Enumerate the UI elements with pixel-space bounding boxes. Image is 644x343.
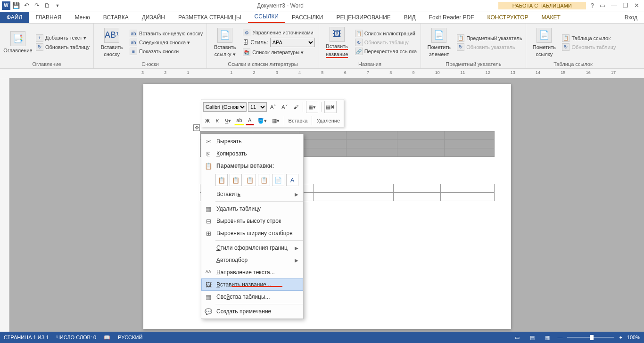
tab-references[interactable]: ССЫЛКИ (248, 11, 285, 23)
view-print-icon[interactable]: ▤ (527, 333, 537, 342)
ctx-paste[interactable]: Вставить▶ (201, 188, 303, 200)
insert-toa-button[interactable]: 📋Таблица ссылок (562, 34, 616, 42)
manage-sources-button[interactable]: ⚙Управление источниками (243, 29, 314, 36)
ctx-border-styles[interactable]: Стили оформления границ▶ (201, 242, 303, 254)
shading-icon[interactable]: 🪣▾ (256, 116, 269, 125)
font-select[interactable]: Calibri (Основ (203, 102, 247, 112)
borders-icon[interactable]: ▦▾ (270, 116, 281, 125)
save-icon[interactable]: 💾 (11, 1, 21, 10)
insert-label[interactable]: Вставка (287, 116, 310, 125)
ctx-col-width[interactable]: ⊞Выровнять ширину столбцов (201, 227, 303, 239)
style-select[interactable]: APA (270, 38, 315, 47)
next-footnote-button[interactable]: abСледующая сноска ▾ (130, 39, 203, 46)
insert-caption-button[interactable]: 🖼Вставитьназвание (323, 25, 351, 60)
ribbon: 📑Оглавление +Добавить текст ▾ ↻Обновить … (0, 24, 644, 69)
cross-reference-button[interactable]: 🔗Перекрестная ссылка (355, 48, 417, 55)
group-captions: 🖼Вставитьназвание 📋Список иллюстраций ↻О… (319, 24, 421, 68)
italic-button[interactable]: К (213, 116, 222, 125)
view-read-icon[interactable]: ▭ (512, 333, 522, 342)
new-icon[interactable]: 🗋 (42, 1, 52, 10)
font-color-icon[interactable]: A (246, 116, 254, 125)
underline-icon[interactable]: Ч▾ (223, 116, 233, 125)
zoom-in-button[interactable]: + (619, 335, 622, 340)
tab-file[interactable]: ФАЙЛ (0, 12, 29, 23)
insert-footnote-button[interactable]: AB¹Вставитьсноску (98, 25, 126, 60)
tab-mailings[interactable]: РАССЫЛКИ (285, 12, 330, 23)
minimize-button[interactable]: — (611, 2, 617, 9)
highlight-icon[interactable]: ab (234, 116, 244, 125)
help-button[interactable]: ? (591, 2, 594, 9)
tab-layout[interactable]: РАЗМЕТКА СТРАНИЦЫ (172, 12, 248, 23)
view-web-icon[interactable]: ▦ (542, 333, 553, 342)
paste-opt-6-icon[interactable]: A (286, 174, 298, 186)
close-button[interactable]: ✕ (634, 2, 639, 9)
insert-endnote-button[interactable]: abВставить концевую сноску (130, 30, 203, 37)
status-page[interactable]: СТРАНИЦА 1 ИЗ 1 (4, 335, 49, 340)
zoom-slider[interactable] (567, 337, 614, 338)
mini-toolbar: Calibri (Основ 11 A˄ A˅ 🖌 ▦▾ ▦✖ Ж К Ч▾ a… (201, 99, 344, 127)
ctx-autofit[interactable]: Автоподбор▶ (201, 254, 303, 266)
update-toa-button: ↻Обновить таблицу (562, 43, 616, 51)
ctx-cut[interactable]: ✂ВВырезатьырезать (201, 135, 303, 147)
shrink-font-icon[interactable]: A˅ (280, 102, 289, 112)
show-notes-button[interactable]: ≡Показать сноски (130, 48, 203, 55)
mark-entry-button[interactable]: 📄Пометитьэлемент (425, 25, 453, 60)
ctx-new-comment[interactable]: 💬Создать примечание (201, 305, 303, 318)
tab-constructor[interactable]: КОНСТРУКТОР (481, 12, 535, 23)
tab-home[interactable]: ГЛАВНАЯ (29, 12, 68, 23)
tab-design[interactable]: ДИЗАЙН (135, 12, 172, 23)
bold-button[interactable]: Ж (203, 116, 212, 125)
status-language[interactable]: РУССКИЙ (118, 335, 142, 340)
mark-citation-button[interactable]: 📄Пометитьссылку (530, 25, 558, 60)
table-move-handle-icon[interactable]: ✥ (193, 124, 200, 131)
paste-opt-3-icon[interactable]: 📋 (244, 174, 256, 186)
caption-icon: 🖼 (204, 280, 213, 289)
ctx-copy[interactable]: ⎘Копировать (201, 147, 303, 160)
paste-opt-4-icon[interactable]: 📋 (258, 174, 270, 186)
redo-icon[interactable]: ↷ (32, 1, 41, 10)
insert-citation-button[interactable]: 📄Вставитьссылку ▾ (211, 25, 239, 60)
ctx-table-properties[interactable]: ▦Свойства таблицы... (201, 291, 303, 303)
row-height-icon: ⊟ (204, 217, 213, 225)
ctx-text-direction[interactable]: ᴬᴬНаправление текста... (201, 266, 303, 278)
signin-button[interactable]: Вход (618, 12, 644, 23)
ruler-vertical[interactable] (0, 78, 9, 332)
paste-opt-2-icon[interactable]: 📋 (230, 174, 242, 186)
tab-review[interactable]: РЕЦЕНЗИРОВАНИЕ (330, 12, 397, 23)
insert-index-button[interactable]: 📋Предметный указатель (457, 34, 522, 42)
zoom-level[interactable]: 100% (627, 335, 640, 340)
grow-font-icon[interactable]: A˄ (268, 102, 278, 112)
format-painter-icon[interactable]: 🖌 (291, 102, 300, 112)
undo-icon[interactable]: ↶ (22, 1, 31, 10)
illustrations-button[interactable]: 📋Список иллюстраций (355, 30, 417, 37)
group-index: 📄Пометитьэлемент 📋Предметный указатель ↻… (421, 24, 526, 68)
ruler-horizontal[interactable]: 3211234567891011121314151617 (0, 69, 644, 78)
ctx-paste-header: 📋Параметры вставки: (201, 160, 303, 172)
update-toc-button[interactable]: ↻Обновить таблицу (36, 43, 90, 51)
toc-button[interactable]: 📑Оглавление (4, 25, 32, 60)
group-citations: 📄Вставитьссылку ▾ ⚙Управление источникам… (207, 24, 319, 68)
zoom-out-button[interactable]: — (557, 335, 562, 340)
delete-table-icon[interactable]: ▦✖ (324, 101, 337, 113)
qat-dropdown-icon[interactable]: ▼ (53, 1, 62, 10)
insert-table-icon[interactable]: ▦▾ (306, 101, 318, 113)
paste-opt-1-icon[interactable]: 📋 (215, 174, 228, 186)
fontsize-select[interactable]: 11 (248, 102, 267, 112)
tab-insert[interactable]: ВСТАВКА (97, 12, 135, 23)
tab-menu[interactable]: Меню (68, 12, 96, 23)
add-text-button[interactable]: +Добавить текст ▾ (36, 34, 90, 42)
bibliography-button[interactable]: 📚Список литературы ▾ (243, 49, 314, 56)
status-words[interactable]: ЧИСЛО СЛОВ: 0 (57, 335, 97, 340)
ctx-row-height[interactable]: ⊟Выровнять высоту строк (201, 215, 303, 227)
maximize-button[interactable]: ❐ (623, 2, 628, 9)
group-footnotes: AB¹Вставитьсноску abВставить концевую сн… (94, 24, 207, 68)
status-proofing-icon[interactable]: 📖 (104, 335, 110, 341)
tab-foxit[interactable]: Foxit Reader PDF (422, 12, 481, 23)
paste-opt-5-icon[interactable]: 📄 (272, 174, 284, 186)
tab-maket[interactable]: МАКЕТ (535, 12, 567, 23)
tab-view[interactable]: ВИД (397, 12, 422, 23)
ribbon-options-button[interactable]: ▭ (600, 2, 605, 9)
ctx-insert-caption[interactable]: 🖼Вставить название... (201, 278, 303, 291)
ctx-delete-table[interactable]: ▦Удалить таблицу (201, 203, 303, 215)
delete-label[interactable]: Удаление (314, 116, 342, 125)
